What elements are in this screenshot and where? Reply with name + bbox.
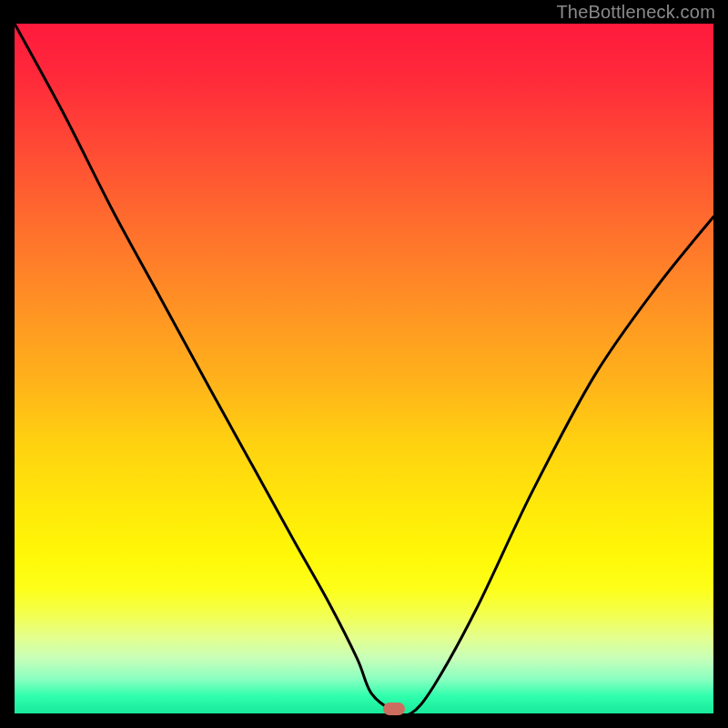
chart-frame: TheBottleneck.com [0, 0, 728, 728]
bottleneck-curve [15, 24, 713, 713]
optimal-point-marker [383, 703, 405, 715]
watermark-text: TheBottleneck.com [556, 2, 715, 23]
